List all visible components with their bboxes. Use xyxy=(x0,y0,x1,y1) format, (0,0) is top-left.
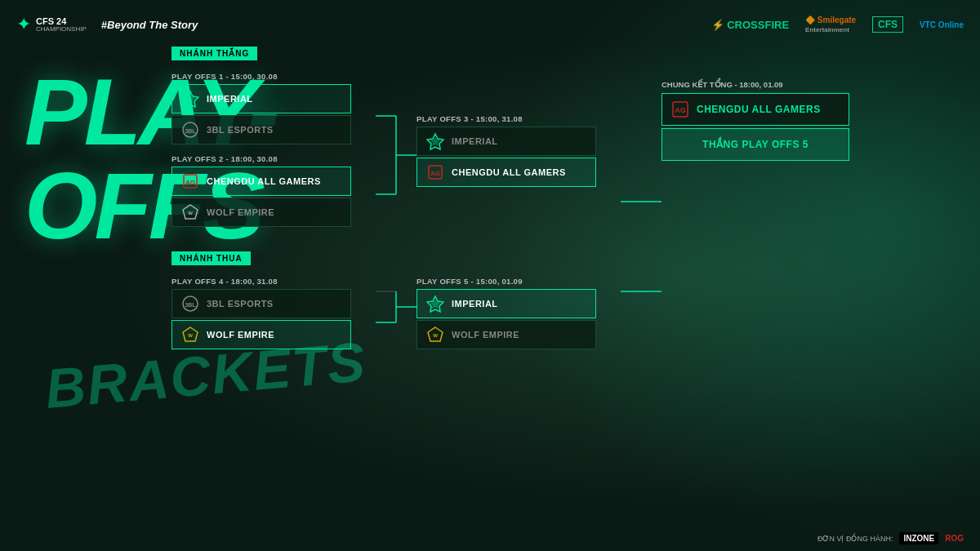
rog-brand: ROG xyxy=(945,534,964,543)
cfs-logo: ✦ CFS 24CHAMPIONSHIP xyxy=(16,14,87,35)
losers-section-header: NHÁNH THUA xyxy=(172,250,972,270)
footer: ĐƠN VỊ ĐỒNG HÀNH: INZONE ROG xyxy=(817,532,964,544)
imperial-icon-po5 xyxy=(425,294,445,313)
po5-label: PLAY OFFS 5 - 15:00, 01.09 xyxy=(416,277,621,286)
final-label: CHUNG KẾT TỔNG - 18:00, 01.09 xyxy=(662,80,874,89)
po5-pair: IMPERIAL W WOLF EMPIRE xyxy=(416,289,621,349)
vtc-logo: VTC Online xyxy=(920,20,964,29)
po5-team2: W WOLF EMPIRE xyxy=(416,320,596,349)
smilegate-logo: 🔶 SmilegateEntertainment xyxy=(805,16,856,33)
header-right: ⚡ CROSSFIRE 🔶 SmilegateEntertainment CFS… xyxy=(711,16,964,33)
po3-label: PLAY OFFS 3 - 15:00, 31.08 xyxy=(416,114,621,123)
final-section: CHUNG KẾT TỔNG - 18:00, 01.09 AG CHENGDU… xyxy=(662,80,874,161)
3bl-icon: 3BL xyxy=(180,120,200,140)
losers-label: NHÁNH THUA xyxy=(172,251,251,265)
po3-pair: IMPERIAL AG CHENGDU ALL GAMERS xyxy=(416,127,621,187)
conn1-svg xyxy=(376,72,416,235)
po4-team1-name: 3BL ESPORTS xyxy=(207,299,274,309)
po2-label: PLAY OFFS 2 - 18:00, 30.08 xyxy=(172,154,376,163)
po3-team2-name: CHENGDU ALL GAMERS xyxy=(452,167,566,177)
bracket-wrapper: NHÁNH THẮNG PLAY OFFS 1 - 15:00, 30.08 I… xyxy=(172,45,972,358)
conn1 xyxy=(376,72,416,235)
final-team2: THẮNG PLAY OFFS 5 xyxy=(662,128,849,161)
po2-team1: AG CHENGDU ALL GAMERS xyxy=(172,167,351,196)
po1-label: PLAY OFFS 1 - 15:00, 30.08 xyxy=(172,72,376,81)
po3-team2: AG CHENGDU ALL GAMERS xyxy=(416,158,596,187)
cfs-subtitle: CHAMPIONSHIP xyxy=(36,26,87,33)
inzone-brand: INZONE xyxy=(899,532,938,544)
conn4 xyxy=(621,277,662,358)
conn2 xyxy=(621,72,662,235)
final-team2-name: THẮNG PLAY OFFS 5 xyxy=(702,139,808,150)
winners-bracket-row: PLAY OFFS 1 - 15:00, 30.08 IMPERIAL 3BL … xyxy=(172,72,972,235)
po1-team1-name: IMPERIAL xyxy=(207,94,253,104)
svg-text:W: W xyxy=(188,211,193,216)
final-team1: AG CHENGDU ALL GAMERS xyxy=(662,93,849,126)
conn3-svg xyxy=(376,277,416,358)
col-po3: PLAY OFFS 3 - 15:00, 31.08 IMPERIAL AG C… xyxy=(416,72,621,192)
header: ✦ CFS 24CHAMPIONSHIP #Beyond The Story ⚡… xyxy=(0,0,980,49)
ag-icon-po2: AG xyxy=(180,171,200,191)
ag-icon-po3: AG xyxy=(425,162,445,182)
ag-icon-final: AG xyxy=(670,100,690,119)
po4-label: PLAY OFFS 4 - 18:00, 31.08 xyxy=(172,277,376,286)
header-left: ✦ CFS 24CHAMPIONSHIP #Beyond The Story xyxy=(16,14,198,35)
svg-text:AG: AG xyxy=(430,170,440,177)
po2-team2-name: WOLF EMPIRE xyxy=(207,207,274,217)
playoffs3-block: PLAY OFFS 3 - 15:00, 31.08 IMPERIAL AG C… xyxy=(416,114,621,187)
col-po4: PLAY OFFS 4 - 18:00, 31.08 3BL 3BL ESPOR… xyxy=(172,277,376,354)
playoffs5-block: PLAY OFFS 5 - 15:00, 01.09 IMPERIAL W WO… xyxy=(416,277,621,349)
po5-team2-name: WOLF EMPIRE xyxy=(452,330,519,340)
cfs-title: CFS 24CHAMPIONSHIP xyxy=(36,16,87,33)
po4-team2-name: WOLF EMPIRE xyxy=(207,330,274,340)
imperial-icon-po3 xyxy=(425,131,445,151)
3bl-icon-po4: 3BL xyxy=(180,294,200,313)
po2-pair: AG CHENGDU ALL GAMERS W WOLF EMPIRE xyxy=(172,167,376,227)
po1-team1: IMPERIAL xyxy=(172,84,351,113)
wolf-icon-po5: W xyxy=(425,325,445,344)
playoffs1-block: PLAY OFFS 1 - 15:00, 30.08 IMPERIAL 3BL … xyxy=(172,72,376,144)
playoffs4-block: PLAY OFFS 4 - 18:00, 31.08 3BL 3BL ESPOR… xyxy=(172,277,376,349)
po5-team1-name: IMPERIAL xyxy=(452,299,498,309)
svg-text:3BL: 3BL xyxy=(185,302,196,308)
svg-text:AG: AG xyxy=(675,106,686,114)
playoffs2-block: PLAY OFFS 2 - 18:00, 30.08 AG CHENGDU AL… xyxy=(172,154,376,227)
po3-team1-name: IMPERIAL xyxy=(452,136,498,146)
col-final: CHUNG KẾT TỔNG - 18:00, 01.09 AG CHENGDU… xyxy=(662,72,874,167)
po2-team2: W WOLF EMPIRE xyxy=(172,198,351,227)
po1-team2-name: 3BL ESPORTS xyxy=(207,125,274,135)
losers-bracket-row: PLAY OFFS 4 - 18:00, 31.08 3BL 3BL ESPOR… xyxy=(172,277,972,358)
final-team1-name: CHENGDU ALL GAMERS xyxy=(697,104,821,115)
footer-label: ĐƠN VỊ ĐỒNG HÀNH: xyxy=(817,535,893,543)
po4-team2: W WOLF EMPIRE xyxy=(172,320,351,349)
svg-text:W: W xyxy=(433,333,438,338)
po4-team1: 3BL 3BL ESPORTS xyxy=(172,289,351,318)
po2-team1-name: CHENGDU ALL GAMERS xyxy=(207,176,321,186)
svg-text:AG: AG xyxy=(185,179,195,186)
wolf-icon-po4: W xyxy=(180,325,200,344)
crossfire-logo: ⚡ CROSSFIRE xyxy=(711,19,789,31)
conn4-svg xyxy=(621,277,662,358)
tagline: #Beyond The Story xyxy=(101,19,198,31)
po1-team2: 3BL 3BL ESPORTS xyxy=(172,115,351,144)
po4-pair: 3BL 3BL ESPORTS W WOLF EMPIRE xyxy=(172,289,376,349)
col-po5: PLAY OFFS 5 - 15:00, 01.09 IMPERIAL W WO… xyxy=(416,277,621,354)
cfs-star-icon: ✦ xyxy=(16,14,31,35)
svg-text:3BL: 3BL xyxy=(185,128,196,134)
conn3 xyxy=(376,277,416,358)
wolf-icon-po2: W xyxy=(180,202,200,222)
svg-text:W: W xyxy=(188,333,193,338)
col-po1-po2: PLAY OFFS 1 - 15:00, 30.08 IMPERIAL 3BL … xyxy=(172,72,376,232)
po3-team1: IMPERIAL xyxy=(416,127,596,156)
po5-team1: IMPERIAL xyxy=(416,289,596,318)
imperial-icon xyxy=(180,89,200,109)
conn2-svg xyxy=(621,157,662,287)
cfs-badge: CFS xyxy=(872,16,903,33)
po1-pair: IMPERIAL 3BL 3BL ESPORTS xyxy=(172,84,376,144)
